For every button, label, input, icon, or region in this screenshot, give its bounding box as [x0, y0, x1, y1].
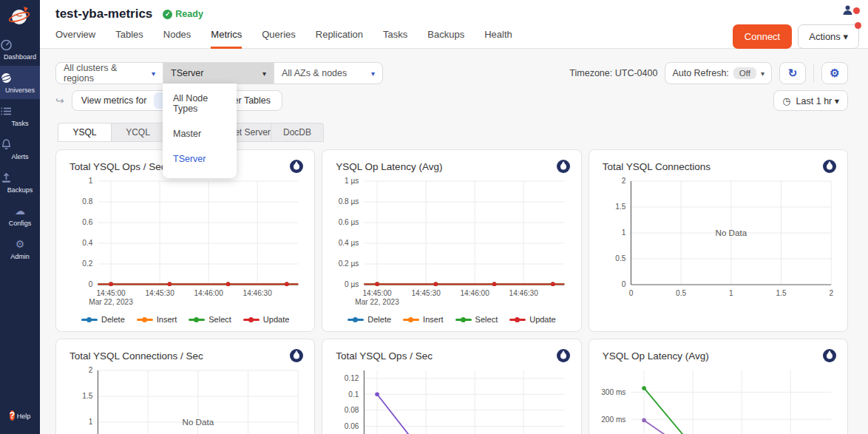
sidebar-item-backups[interactable]: Backups	[0, 166, 40, 199]
metric-tab-ycql[interactable]: YCQL	[111, 123, 164, 142]
user-menu[interactable]: ▾	[842, 4, 859, 16]
chart-card: YSQL Op Latency (Avg) 100 ms200 ms300 ms…	[589, 339, 848, 434]
cloud-icon: ☁	[0, 205, 40, 217]
clusters-select-value: All clusters & regions	[64, 63, 146, 84]
divider	[813, 64, 814, 83]
sidebar-item-tasks[interactable]: Tasks	[0, 99, 40, 132]
az-select-value: All AZs & nodes	[282, 68, 347, 78]
svg-text:1.5: 1.5	[776, 289, 786, 297]
sidebar-item-label: Universes	[5, 87, 35, 94]
refresh-button[interactable]: ↻	[779, 62, 806, 84]
page-title: test-yba-metrics	[55, 7, 152, 21]
chevron-down-icon: ▾	[371, 69, 375, 78]
svg-text:1.5: 1.5	[82, 393, 92, 401]
clusters-select[interactable]: All clusters & regions ▾	[56, 63, 163, 84]
actions-button[interactable]: Actions ▾	[798, 24, 859, 49]
filter-row: All clusters & regions ▾ TServer ▾ All A…	[55, 62, 848, 84]
sidebar-item-dashboard[interactable]: Dashboard	[0, 33, 40, 66]
time-range-button[interactable]: ◷ Last 1 hr ▾	[773, 90, 848, 111]
metric-tab-docdb[interactable]: DocDB	[271, 123, 324, 142]
auto-refresh-control[interactable]: Auto Refresh: Off ▾	[665, 62, 772, 84]
legend-label: Insert	[423, 315, 444, 324]
universe-icon	[556, 348, 571, 363]
svg-text:2: 2	[829, 289, 833, 297]
universe-icon	[822, 348, 837, 363]
node-type-select-value: TServer	[171, 68, 203, 78]
svg-text:0.5: 0.5	[615, 255, 625, 263]
tab-tables[interactable]: Tables	[115, 29, 143, 49]
legend-label: Select	[475, 315, 498, 324]
svg-text:1: 1	[729, 289, 733, 297]
tab-health[interactable]: Health	[484, 29, 512, 49]
header-buttons: Connect Actions ▾	[733, 24, 859, 49]
connect-button[interactable]: Connect	[733, 24, 792, 49]
legend-item[interactable]: Insert	[403, 315, 444, 324]
app-logo[interactable]	[0, 0, 40, 33]
filter-right-group: Timezone: UTC-0400 Auto Refresh: Off ▾ ↻…	[569, 62, 848, 84]
legend-label: Delete	[101, 315, 125, 324]
notification-dot	[855, 22, 861, 29]
legend-item[interactable]: Update	[509, 315, 555, 324]
legend-label: Select	[208, 315, 231, 324]
sidebar-item-help[interactable]: ? Help	[0, 402, 40, 428]
metric-tab-ysql[interactable]: YSQL	[58, 123, 111, 142]
sidebar: Dashboard Universes Tasks Alerts Backups…	[0, 0, 40, 434]
svg-text:1 µs: 1 µs	[345, 177, 359, 186]
sidebar-item-admin[interactable]: ⚙ Admin	[0, 232, 40, 265]
chevron-down-icon: ▾	[761, 69, 764, 78]
svg-text:Mar 22, 2023: Mar 22, 2023	[356, 298, 400, 306]
notification-dot	[853, 7, 860, 14]
legend-item[interactable]: Update	[243, 315, 289, 324]
svg-text:No Data: No Data	[715, 228, 747, 237]
menu-item-tserver[interactable]: TServer	[163, 146, 237, 172]
legend-item[interactable]: Delete	[81, 315, 125, 324]
universe-icon	[822, 159, 837, 174]
tab-nodes[interactable]: Nodes	[163, 29, 191, 49]
sidebar-item-label: Tasks	[11, 120, 28, 127]
legend-item[interactable]: Select	[455, 315, 498, 324]
svg-text:14:45:30: 14:45:30	[145, 289, 174, 297]
chart-canvas: 100 ms200 ms300 ms14:45:00Mar 22, 202314…	[598, 365, 838, 434]
chart-canvas: 00.020.040.060.080.10.1214:45:00Mar 22, …	[331, 365, 572, 434]
menu-item-all-node-types[interactable]: All Node Types	[163, 86, 237, 121]
menu-item-master[interactable]: Master	[163, 121, 237, 146]
svg-text:0.1: 0.1	[349, 390, 359, 399]
legend-marker	[137, 319, 153, 321]
universe-icon	[289, 348, 304, 363]
tab-replication[interactable]: Replication	[316, 29, 363, 49]
sidebar-item-label: Backups	[7, 186, 33, 194]
tab-overview[interactable]: Overview	[55, 29, 95, 49]
tab-queries[interactable]: Queries	[262, 29, 296, 49]
legend-item[interactable]: Select	[189, 315, 231, 324]
svg-text:300 ms: 300 ms	[601, 388, 625, 396]
svg-text:0: 0	[89, 281, 93, 289]
sidebar-item-configs[interactable]: ☁ Configs	[0, 199, 40, 232]
view-metrics-label: View metrics for	[74, 95, 155, 106]
svg-text:200 ms: 200 ms	[601, 416, 625, 424]
legend-item[interactable]: Insert	[137, 315, 177, 324]
node-type-select[interactable]: TServer ▾	[163, 63, 274, 84]
sidebar-item-label: Dashboard	[4, 53, 36, 61]
auto-refresh-label: Auto Refresh:	[672, 68, 728, 78]
tab-backups[interactable]: Backups	[427, 29, 464, 49]
svg-text:2: 2	[89, 367, 93, 375]
legend-marker	[81, 319, 98, 321]
refresh-icon: ↻	[788, 67, 798, 80]
svg-text:14:46:00: 14:46:00	[194, 289, 223, 297]
chart-title: Total YSQL Ops / Sec	[336, 350, 433, 362]
chart-card: Total YSQL Connections / Sec 00.511.5200…	[55, 339, 315, 434]
tab-tasks[interactable]: Tasks	[383, 29, 407, 49]
tab-metrics[interactable]: Metrics	[211, 29, 242, 49]
sidebar-item-alerts[interactable]: Alerts	[0, 132, 40, 166]
settings-button[interactable]: ⚙	[821, 62, 848, 84]
svg-text:0.8: 0.8	[82, 198, 92, 206]
svg-text:14:45:00: 14:45:00	[96, 289, 126, 297]
sidebar-item-label: Configs	[9, 220, 32, 227]
legend-item[interactable]: Delete	[347, 315, 391, 324]
sidebar-item-universes[interactable]: Universes	[0, 66, 40, 99]
svg-text:0.5: 0.5	[676, 289, 686, 297]
legend-marker	[347, 319, 364, 321]
auto-refresh-value[interactable]: Off	[733, 67, 756, 79]
clock-icon: ◷	[782, 95, 790, 106]
az-select[interactable]: All AZs & nodes ▾	[274, 63, 382, 84]
